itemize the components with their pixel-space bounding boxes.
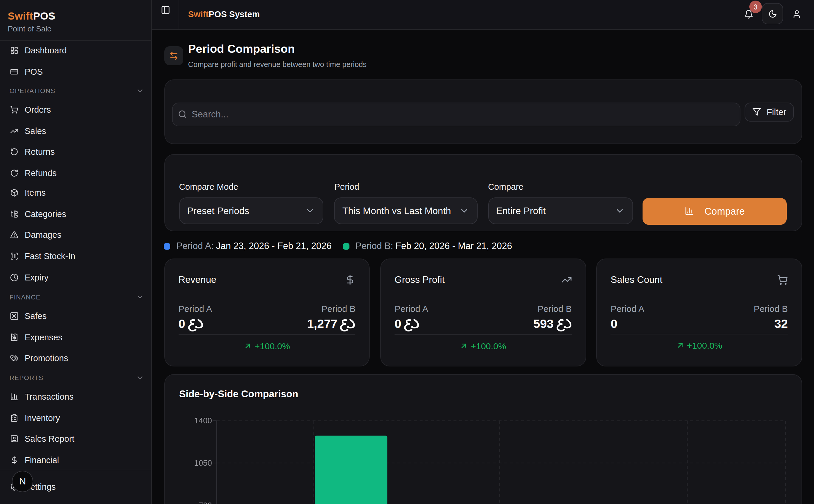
svg-text:700: 700	[198, 501, 212, 504]
svg-text:1400: 1400	[194, 417, 212, 425]
svg-text:1050: 1050	[194, 459, 212, 468]
